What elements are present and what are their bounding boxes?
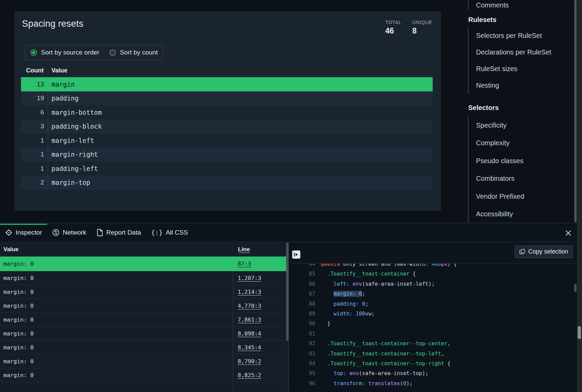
close-panel-button[interactable] xyxy=(564,229,572,237)
declaration-row[interactable]: margin: 0 8,825:2 xyxy=(0,368,288,382)
sidebar-item-nesting[interactable]: Nesting xyxy=(469,77,569,94)
sidebar-item-complexity[interactable]: Complexity xyxy=(469,134,569,152)
card-title: Spacing resets xyxy=(22,19,83,29)
declaration-line-link[interactable]: 8,790:2 xyxy=(238,358,261,365)
line-code: .Toastify__toast-container--top-center, xyxy=(315,339,451,349)
sidebar-section-group: Comments xyxy=(468,0,569,10)
stat-value: 46 xyxy=(385,26,394,36)
line-code: @media only screen and (max-width: 480px… xyxy=(315,264,457,269)
sidebar-item-vendor-prefixed[interactable]: Vendor Prefixed xyxy=(469,188,569,205)
sidebar-item-selectors-per-ruleset[interactable]: Selectors per RuleSet xyxy=(469,27,569,44)
code-line: 88 padding: 0; xyxy=(289,299,582,309)
line-number: 90 xyxy=(289,319,315,329)
expand-panel-button[interactable] xyxy=(292,251,300,259)
declaration-row[interactable]: margin: 0 87:3 xyxy=(0,257,288,271)
spacing-table-row[interactable]: 1 padding-left xyxy=(21,161,433,176)
declaration-row[interactable]: margin: 0 4,770:3 xyxy=(0,299,288,313)
declaration-row[interactable] xyxy=(0,382,288,392)
sidebar-item-ruleset-sizes[interactable]: RuleSet sizes xyxy=(469,61,569,77)
declaration-line-link[interactable]: 1,214:3 xyxy=(238,289,261,295)
line-code: top: env(safe-area-inset-top); xyxy=(315,369,428,378)
sidebar-section-group: SpecificityComplexityPseudo classesCombi… xyxy=(468,116,569,223)
row-count: 2 xyxy=(21,179,48,186)
line-number: 93 xyxy=(289,349,315,359)
declaration-value: margin: 0 xyxy=(0,354,233,368)
line-number: 94 xyxy=(289,359,315,369)
line-number: 95 xyxy=(289,369,315,378)
copy-selection-label: Copy selection xyxy=(528,248,568,255)
spacing-table-row[interactable]: 19 padding xyxy=(21,91,433,106)
declaration-row[interactable]: margin: 0 8,790:2 xyxy=(0,354,288,368)
row-count: 6 xyxy=(21,109,48,116)
sidebar-section-header[interactable]: Rulesets xyxy=(468,16,569,24)
expand-panel-icon xyxy=(294,252,299,257)
tab-all-css[interactable]: {:} All CSS xyxy=(146,223,193,242)
declaration-row[interactable]: margin: 0 1,214:3 xyxy=(0,285,288,299)
sidebar-item-declarations-per-ruleset[interactable]: Declarations per RuleSet xyxy=(469,44,569,61)
declaration-value: margin: 0 xyxy=(0,368,233,382)
declaration-line-link[interactable]: 7,861:3 xyxy=(238,317,261,323)
sidebar-item-pseudo-classes[interactable]: Pseudo classes xyxy=(469,152,569,170)
spacing-table-row[interactable]: 2 margin-top xyxy=(21,176,433,190)
declaration-row[interactable]: margin: 0 8,098:4 xyxy=(0,327,288,341)
browser-scrollbar-track[interactable] xyxy=(577,0,582,392)
row-value: margin-left xyxy=(48,133,433,148)
spacing-table-row[interactable]: 3 padding-block xyxy=(21,119,433,134)
line-number: 88 xyxy=(289,299,315,309)
sidebar-section-header[interactable]: Selectors xyxy=(468,104,569,112)
tab-report-data[interactable]: Report Data xyxy=(91,223,146,242)
code-line: 86 left: env(safe-area-inset-left); xyxy=(289,279,582,289)
spacing-table-row[interactable]: 13 margin xyxy=(21,77,433,91)
value-column-header: Value xyxy=(48,67,67,74)
declaration-line-link[interactable]: 87:3 xyxy=(238,261,251,267)
line-number: 86 xyxy=(289,279,315,289)
tab-label: Inspector xyxy=(16,229,42,236)
declaration-row[interactable]: margin: 0 1,207:3 xyxy=(0,271,288,285)
declaration-line-link[interactable]: 8,825:2 xyxy=(238,372,261,378)
code-scrollbar-thumb[interactable] xyxy=(574,284,577,292)
declaration-line-link[interactable]: 8,098:4 xyxy=(238,330,261,337)
code-line: 87 margin: 0; xyxy=(289,289,582,299)
row-value: margin xyxy=(48,77,433,91)
css-code-viewer: Copy selection 84 @media only screen and… xyxy=(289,242,582,392)
line-code: .Toastify__toast-container--top-left, xyxy=(315,349,444,359)
copy-selection-button[interactable]: Copy selection xyxy=(515,245,573,258)
radio-label: Sort by source order xyxy=(41,49,99,56)
line-header-sort-link[interactable]: Line xyxy=(234,246,250,253)
line-code xyxy=(315,329,321,339)
declaration-line-link[interactable]: 1,207:3 xyxy=(238,275,261,281)
sort-radio-option[interactable]: Sort by source order xyxy=(30,49,99,56)
code-line: 89 width: 100vw; xyxy=(289,309,582,319)
tab-inspector[interactable]: Inspector xyxy=(0,223,47,242)
sort-radio-group: Sort by source order Sort by count xyxy=(25,45,164,60)
radio-selected-icon xyxy=(30,49,37,56)
page-scrollbar-thumb[interactable] xyxy=(574,0,577,222)
declaration-line-link[interactable]: 4,770:3 xyxy=(238,303,261,309)
spacing-table-row[interactable]: 1 margin-left xyxy=(21,133,433,148)
spacing-table: Count Value 13 margin 19 padding 6 margi… xyxy=(21,64,433,190)
row-count: 3 xyxy=(21,123,48,130)
panel-tab-bar: Inspector Network Report Data {:} All CS… xyxy=(0,223,582,242)
code-line: 96 transform: translatex(0); xyxy=(289,379,582,389)
declaration-list-scrollbar-thumb[interactable] xyxy=(286,243,288,341)
declaration-row[interactable]: margin: 0 8,345:4 xyxy=(0,341,288,354)
spacing-table-row[interactable]: 1 margin-right xyxy=(21,148,433,162)
sidebar-item-comments[interactable]: Comments xyxy=(469,0,569,10)
stat-label: TOTAL xyxy=(385,20,402,25)
sidebar-item-specificity[interactable]: Specificity xyxy=(469,116,569,134)
sidebar-item-combinators[interactable]: Combinators xyxy=(469,170,569,188)
code-line: 90 } xyxy=(289,319,582,329)
code-line: 94 .Toastify__toast-container--top-right… xyxy=(289,359,582,369)
sidebar-item-accessibility[interactable]: Accessibility xyxy=(469,205,569,223)
spacing-table-row[interactable]: 6 margin-bottom xyxy=(21,105,433,119)
line-code: .Toastify__toast-container--top-right { xyxy=(315,359,451,369)
tab-network[interactable]: Network xyxy=(47,223,91,242)
sort-radio-option[interactable]: Sort by count xyxy=(109,49,158,56)
spacing-resets-card: Spacing resets TOTAL 46 UNIQUE 8 Sort by… xyxy=(15,11,441,211)
row-value: margin-bottom xyxy=(48,105,433,119)
code-line: 92 .Toastify__toast-container--top-cente… xyxy=(289,339,582,349)
row-value: padding-block xyxy=(48,119,433,134)
declaration-row[interactable]: margin: 0 7,861:3 xyxy=(0,313,288,327)
browser-scrollbar-thumb[interactable] xyxy=(578,326,581,339)
declaration-line-link[interactable]: 8,345:4 xyxy=(238,344,261,351)
